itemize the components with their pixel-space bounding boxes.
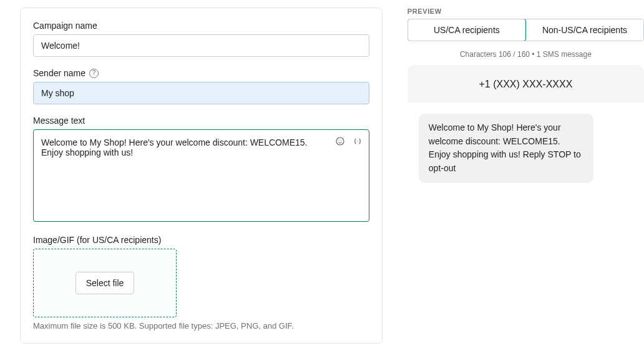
textarea-toolbar [334,136,363,147]
help-icon[interactable]: ? [89,69,99,78]
preview-column: PREVIEW US/CA recipients Non-US/CA recip… [407,7,644,344]
campaign-name-field: Campaign name [33,21,369,57]
sms-bubble: Welcome to My Shop! Here's your welcome … [419,114,593,183]
sender-name-field: Sender name ? [33,68,369,104]
phone-preview: +1 (XXX) XXX-XXXX Welcome to My Shop! He… [407,65,644,331]
tab-non-us-ca-recipients[interactable]: Non-US/CA recipients [525,19,643,41]
svg-point-0 [336,137,344,145]
phone-number-display: +1 (XXX) XXX-XXXX [407,65,644,102]
tab-us-ca-recipients[interactable]: US/CA recipients [407,19,526,41]
file-help-text: Maximum file size is 500 KB. Supported f… [33,321,369,331]
sender-name-label-text: Sender name [33,68,85,78]
svg-point-2 [341,140,341,141]
emoji-icon[interactable] [334,136,346,147]
message-text-field: Message text [33,116,369,224]
sender-name-input[interactable] [33,82,369,104]
image-upload-label: Image/GIF (for US/CA recipients) [33,235,369,245]
campaign-form-card: Campaign name Sender name ? Message text [20,7,383,344]
svg-point-1 [338,140,339,141]
insert-variable-icon[interactable] [352,136,363,147]
svg-point-3 [357,141,358,141]
campaign-name-label: Campaign name [33,21,369,31]
preview-heading: PREVIEW [407,7,644,15]
image-upload-field: Image/GIF (for US/CA recipients) Select … [33,235,369,331]
phone-body: Welcome to My Shop! Here's your welcome … [407,102,644,331]
campaign-name-input[interactable] [33,34,369,57]
message-text-textarea[interactable] [33,129,369,222]
sender-name-label: Sender name ? [33,68,369,78]
select-file-button[interactable]: Select file [76,272,135,294]
recipient-segmented-control: US/CA recipients Non-US/CA recipients [407,19,644,41]
message-text-label: Message text [33,116,369,126]
character-counter: Characters 106 / 160 • 1 SMS message [407,50,644,59]
image-dropzone[interactable]: Select file [33,249,177,317]
